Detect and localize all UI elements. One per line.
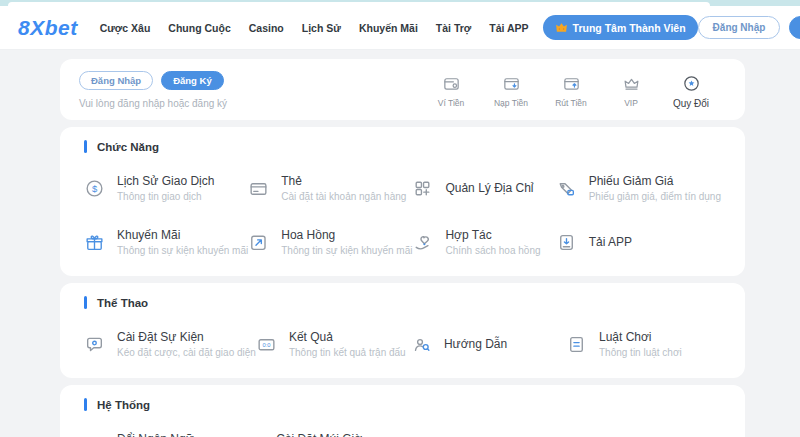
section-grid-the-thao: Cài Đặt Sự KiệnKéo đặt cược, cài đặt gia…: [84, 330, 721, 358]
menu-item-subtitle: Thông tin giao dịch: [117, 191, 214, 202]
menu-item-coupon[interactable]: Phiếu Giảm GiáPhiếu giảm giá, điểm tín d…: [556, 174, 721, 202]
nav-item-4[interactable]: Khuyến Mãi: [359, 22, 418, 34]
transaction-history-icon: $: [84, 178, 105, 199]
menu-item-transaction-history[interactable]: $Lịch Sử Giao DịchThông tin giao dịch: [84, 174, 248, 202]
menu-item-text: Khuyến MãiThông tin sự kiện khuyến mãi: [117, 228, 248, 256]
coupon-icon: [556, 178, 577, 199]
menu-item-guide[interactable]: Hướng Dẫn: [411, 330, 566, 358]
section-accent-bar: [84, 398, 87, 411]
menu-item-download-app[interactable]: Tải APP: [556, 228, 721, 256]
quick-action-withdraw[interactable]: Rút Tiền: [547, 74, 595, 109]
download-app-icon: [556, 232, 577, 253]
menu-item-address[interactable]: Quản Lý Địa Chỉ: [412, 174, 555, 202]
card-login-button[interactable]: Đăng Nhập: [79, 71, 153, 90]
nav-item-6[interactable]: Tải APP: [489, 22, 528, 34]
menu-item-title: Khuyến Mãi: [117, 228, 248, 242]
partnership-icon: [412, 232, 433, 253]
vip-crown-icon: [622, 74, 641, 93]
quick-action-vip-crown[interactable]: VIP: [607, 74, 655, 109]
menu-item-event-settings[interactable]: Cài Đặt Sự KiệnKéo đặt cược, cài đặt gia…: [84, 330, 256, 358]
menu-item-text: Cài Đặt Múi GiờGMT+07:00: [276, 432, 362, 437]
brand-logo[interactable]: 8Xbet: [18, 16, 78, 40]
menu-item-bank-card[interactable]: ThẻCài đặt tài khoản ngân hàng: [248, 174, 412, 202]
menu-item-commission[interactable]: Hoa HồngThông tin sự kiện khuyến mãi: [248, 228, 412, 256]
menu-item-title: Quản Lý Địa Chỉ: [445, 181, 533, 195]
nav-item-0[interactable]: Cược Xâu: [100, 22, 151, 34]
card-register-button[interactable]: Đăng Ký: [161, 71, 224, 90]
menu-item-title: Tải APP: [589, 235, 632, 249]
menu-item-text: Hoa HồngThông tin sự kiện khuyến mãi: [281, 228, 412, 256]
address-icon: [412, 178, 433, 199]
quick-action-label: VIP: [624, 98, 638, 108]
menu-item-title: Phiếu Giảm Giá: [589, 174, 721, 188]
menu-item-title: Lịch Sử Giao Dịch: [117, 174, 214, 188]
menu-item-title: Hoa Hồng: [281, 228, 412, 242]
nav-item-1[interactable]: Chung Cuộc: [168, 22, 230, 34]
menu-item-text: Luật ChơiThông tin luật chơi: [599, 330, 682, 358]
nav-item-2[interactable]: Casino: [249, 22, 284, 34]
menu-item-gift[interactable]: Khuyến MãiThông tin sự kiện khuyến mãi: [84, 228, 248, 256]
member-center-button[interactable]: Trung Tâm Thành Viên: [543, 15, 698, 40]
withdraw-icon: [562, 74, 581, 93]
menu-item-text: Tải APP: [589, 235, 632, 249]
section-header-the-thao: Thể Thao: [84, 296, 721, 309]
menu-item-text: Cài Đặt Sự KiệnKéo đặt cược, cài đặt gia…: [117, 330, 256, 358]
svg-text:0:0: 0:0: [262, 342, 270, 348]
register-button[interactable]: Đăng Ký: [789, 16, 800, 39]
deposit-icon: [502, 74, 521, 93]
event-settings-icon: [84, 334, 105, 355]
section-the-thao: Thể ThaoCài Đặt Sự KiệnKéo đặt cược, cài…: [60, 283, 745, 378]
browser-tab-strip: [0, 0, 800, 6]
section-title: Hệ Thống: [97, 399, 150, 411]
menu-item-results[interactable]: 0:0Kết QuảThông tin kết quả trận đấu: [256, 330, 411, 358]
menu-item-subtitle: Phiếu giảm giá, điểm tín dụng: [589, 191, 721, 202]
menu-item-title: Hướng Dẫn: [444, 337, 507, 351]
menu-item-text: Hợp TácChính sách hoa hồng: [445, 228, 540, 256]
section-header-chuc-nang: Chức Năng: [84, 140, 721, 153]
commission-icon: [248, 232, 269, 253]
main-nav: Cược XâuChung CuộcCasinoLịch SửKhuyến Mã…: [100, 22, 529, 34]
menu-item-rules[interactable]: Luật ChơiThông tin luật chơi: [566, 330, 721, 358]
nav-item-5[interactable]: Tài Trợ: [436, 22, 471, 34]
menu-item-subtitle: Thông tin kết quả trận đấu: [289, 347, 406, 358]
section-title: Chức Năng: [97, 141, 159, 153]
login-button[interactable]: Đăng Nhập: [698, 16, 781, 39]
menu-item-subtitle: Thông tin sự kiện khuyến mãi: [117, 245, 248, 256]
login-hint-text: Vui lòng đăng nhập hoặc đăng ký: [79, 98, 227, 109]
member-center-label: Trung Tâm Thành Viên: [573, 22, 686, 34]
rules-icon: [566, 334, 587, 355]
guide-icon: [411, 334, 432, 355]
section-header-he-thong: Hệ Thống: [84, 398, 721, 411]
auth-buttons: Đăng Nhập Đăng Ký: [698, 16, 800, 39]
top-navbar: 8Xbet Cược XâuChung CuộcCasinoLịch SửKhu…: [0, 6, 800, 50]
quick-action-exchange[interactable]: Quy Đổi: [667, 74, 715, 109]
menu-item-partnership[interactable]: Hợp TácChính sách hoa hồng: [412, 228, 555, 256]
member-center-page: Đăng Nhập Đăng Ký Vui lòng đăng nhập hoặ…: [0, 50, 800, 437]
menu-item-title: Cài Đặt Múi Giờ: [276, 432, 362, 437]
quick-action-deposit[interactable]: Nạp Tiền: [487, 74, 535, 109]
bank-card-icon: [248, 178, 269, 199]
menu-item-text: Phiếu Giảm GiáPhiếu giảm giá, điểm tín d…: [589, 174, 721, 202]
section-grid-he-thong: Đổi Ngôn NgữTiếng ViệtCài Đặt Múi GiờGMT…: [84, 432, 721, 437]
menu-item-timezone[interactable]: Cài Đặt Múi GiờGMT+07:00: [243, 432, 402, 437]
wallet-icon: [442, 74, 461, 93]
sections: Chức Năng$Lịch Sử Giao DịchThông tin gia…: [60, 127, 800, 437]
menu-item-language[interactable]: Đổi Ngôn NgữTiếng Việt: [84, 432, 243, 437]
member-badge-icon: [555, 21, 568, 34]
account-card: Đăng Nhập Đăng Ký Vui lòng đăng nhập hoặ…: [60, 59, 745, 120]
exchange-icon: [682, 74, 701, 93]
menu-item-title: Kết Quả: [289, 330, 406, 344]
quick-action-label: Nạp Tiền: [494, 98, 528, 108]
svg-text:$: $: [92, 182, 98, 193]
nav-item-3[interactable]: Lịch Sử: [302, 22, 341, 34]
menu-item-text: Quản Lý Địa Chỉ: [445, 181, 533, 195]
menu-item-subtitle: Thông tin luật chơi: [599, 347, 682, 358]
menu-item-title: Cài Đặt Sự Kiện: [117, 330, 256, 344]
section-accent-bar: [84, 296, 87, 309]
quick-action-wallet[interactable]: Ví Tiền: [427, 74, 475, 109]
menu-item-text: Lịch Sử Giao DịchThông tin giao dịch: [117, 174, 214, 202]
menu-item-text: Kết QuảThông tin kết quả trận đấu: [289, 330, 406, 358]
section-he-thong: Hệ ThốngĐổi Ngôn NgữTiếng ViệtCài Đặt Mú…: [60, 385, 745, 437]
quick-action-label: Rút Tiền: [555, 98, 587, 108]
menu-item-text: Hướng Dẫn: [444, 337, 507, 351]
